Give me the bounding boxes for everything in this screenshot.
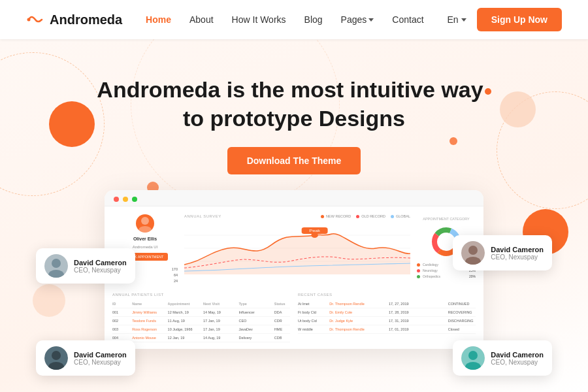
dash-profile-icon bbox=[136, 214, 154, 233]
logo[interactable]: Andromeda bbox=[26, 12, 122, 27]
float-card-top-left: David Cameron CEO, Nexuspay bbox=[36, 248, 135, 284]
window-dot-yellow bbox=[123, 197, 128, 202]
nav-how-it-works[interactable]: How It Works bbox=[232, 14, 286, 25]
legend-global: GLOBAL bbox=[391, 214, 410, 218]
avatar-top-right bbox=[461, 241, 485, 265]
nav-about[interactable]: About bbox=[189, 14, 214, 25]
svg-point-22 bbox=[52, 351, 61, 360]
float-card-info-tr: David Cameron CEO, Nexuspay bbox=[491, 246, 544, 261]
table-left-title: ANNUAL PATIENTS LIST bbox=[112, 293, 290, 297]
svg-point-1 bbox=[141, 217, 149, 225]
table-row: Ft body Cld Dr. Emily Cole 17, 28, 2019 … bbox=[298, 308, 476, 317]
brand-name: Andromeda bbox=[50, 12, 122, 27]
deco-circle-1 bbox=[49, 101, 95, 147]
dashboard-card: Oliver Ellis Andromeda UI BOOK APPOINTME… bbox=[105, 190, 483, 349]
table-row: 002 Teodore Funds 11 Aug, 19 17 Jan, 19 … bbox=[112, 317, 290, 325]
avatar-bottom-right bbox=[461, 346, 485, 370]
table-row: 001 Jimmy Williams 12 March, 19 14 May, … bbox=[112, 308, 290, 317]
hero-section: Andromeda is the most intuitive way to p… bbox=[0, 39, 588, 392]
chevron-down-icon bbox=[368, 18, 374, 22]
float-card-info-br: David Cameron CEO, Nexuspay bbox=[491, 351, 544, 366]
table-row: W middle Dr. Thompson Rendle 17, 01, 201… bbox=[298, 325, 476, 334]
nav-pages[interactable]: Pages bbox=[341, 14, 374, 25]
dash-table-right: RECENT CASES At Imet Dr. Thompson Rendle… bbox=[298, 293, 476, 342]
dashboard-mockup: Oliver Ellis Andromeda UI BOOK APPOINTME… bbox=[105, 190, 483, 349]
logo-icon bbox=[26, 13, 44, 26]
table-header-row: ID Name Appointment Next Visit Type Stat… bbox=[112, 300, 290, 308]
svg-point-2 bbox=[139, 226, 152, 233]
svg-text:Peak: Peak bbox=[309, 229, 321, 233]
dash-table-section: ANNUAL PATIENTS LIST ID Name Appointment… bbox=[105, 293, 483, 349]
dash-body-top: Oliver Ellis Andromeda UI BOOK APPOINTME… bbox=[105, 206, 483, 293]
nav-right: En Sign Up Now bbox=[448, 8, 562, 31]
title-dot bbox=[485, 88, 491, 95]
hero-title: Andromeda is the most intuitive way to p… bbox=[97, 75, 491, 133]
float-card-bottom-right: David Cameron CEO, Nexuspay bbox=[453, 340, 552, 376]
nav-links: Home About How It Works Blog Pages Conta… bbox=[146, 14, 423, 25]
svg-point-25 bbox=[468, 351, 478, 360]
nav-contact[interactable]: Contact bbox=[392, 14, 423, 25]
donut-leg-dot-1 bbox=[417, 263, 420, 267]
deco-circle-4 bbox=[500, 91, 536, 127]
float-card-top-right: David Cameron CEO, Nexuspay bbox=[453, 235, 552, 270]
table-row: 003 Ross Rogerson 10 Judge, 1966 17 Jan,… bbox=[112, 325, 290, 334]
legend-dot-red bbox=[356, 215, 359, 218]
window-dot-green bbox=[132, 197, 137, 202]
deco-ring-1 bbox=[0, 52, 105, 196]
legend-new: NEW RECORD bbox=[321, 214, 351, 218]
area-chart: Peak bbox=[184, 222, 410, 274]
donut-leg-dot-3 bbox=[417, 275, 420, 278]
deco-circle-6 bbox=[33, 284, 65, 317]
language-selector[interactable]: En bbox=[448, 14, 466, 25]
download-button[interactable]: Download The Theme bbox=[227, 147, 361, 174]
svg-point-19 bbox=[468, 246, 478, 255]
dash-chart-panel: ANNUAL SURVEY NEW RECORD OLD RECORD bbox=[184, 214, 410, 285]
navbar: Andromeda Home About How It Works Blog P… bbox=[0, 0, 588, 39]
dash-chart-header: ANNUAL SURVEY NEW RECORD OLD RECORD bbox=[184, 214, 410, 218]
nav-home[interactable]: Home bbox=[146, 14, 171, 25]
avatar-bottom-left bbox=[44, 346, 68, 370]
float-card-bottom-left: David Cameron CEO, Nexuspay bbox=[36, 340, 135, 376]
dash-user-role: Andromeda UI bbox=[133, 245, 158, 249]
legend-old: OLD RECORD bbox=[356, 214, 385, 218]
table-row: At Imet Dr. Thompson Rendle 17, 27, 2019… bbox=[298, 300, 476, 308]
dash-table-left: ANNUAL PATIENTS LIST ID Name Appointment… bbox=[112, 293, 290, 342]
avatar-top-left bbox=[44, 254, 68, 278]
table-row: Ut body Cid Dr. Judge Kyle 17, 31, 2019 … bbox=[298, 317, 476, 325]
dash-user-name: Oliver Ellis bbox=[133, 237, 157, 241]
svg-point-0 bbox=[27, 18, 31, 22]
svg-point-14 bbox=[439, 235, 453, 249]
table-right-title: RECENT CASES bbox=[298, 293, 476, 297]
deco-circle-3 bbox=[449, 137, 457, 145]
chevron-down-icon bbox=[461, 18, 466, 22]
table-row: 004 Antonio Mouse 12 Jan, 19 14 Aug, 19 … bbox=[112, 334, 290, 342]
signup-button[interactable]: Sign Up Now bbox=[477, 8, 562, 31]
window-dot-red bbox=[114, 197, 119, 202]
legend-dot-orange bbox=[321, 215, 324, 218]
nav-blog[interactable]: Blog bbox=[304, 14, 323, 25]
legend-dot-blue bbox=[391, 215, 394, 218]
svg-point-16 bbox=[52, 259, 61, 268]
donut-leg-dot-2 bbox=[417, 269, 420, 272]
dash-legend: NEW RECORD OLD RECORD GLOBAL bbox=[321, 214, 410, 218]
float-card-info-bl: David Cameron CEO, Nexuspay bbox=[74, 351, 127, 366]
dash-window-bar bbox=[105, 190, 483, 206]
float-card-info-tl: David Cameron CEO, Nexuspay bbox=[74, 259, 127, 274]
deco-ring-2 bbox=[497, 91, 588, 209]
